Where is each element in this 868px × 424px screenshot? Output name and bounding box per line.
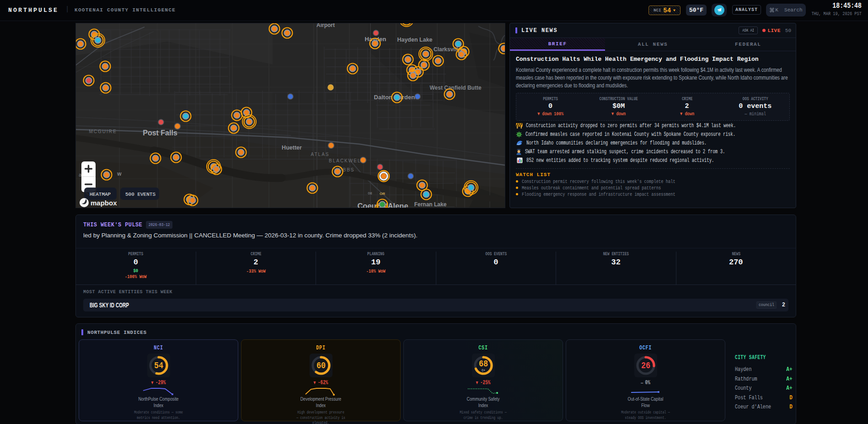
svg-text:BLACKWELL: BLACKWELL (329, 158, 364, 163)
svg-text:500 EVENTS: 500 EVENTS (125, 192, 155, 197)
svg-text:MCGUIRE: MCGUIRE (89, 129, 117, 134)
svg-text:w: w (117, 171, 122, 177)
svg-text:HEATMAP: HEATMAP (90, 192, 111, 197)
svg-text:ATLAS: ATLAS (311, 152, 330, 157)
svg-text:Huetter: Huetter (282, 145, 302, 151)
svg-text:Post Falls: Post Falls (143, 129, 177, 137)
svg-text:Airport: Airport (316, 23, 335, 28)
svg-text:mapbox: mapbox (91, 199, 117, 207)
svg-text:Fernan Lake: Fernan Lake (414, 201, 447, 208)
svg-text:08: 08 (368, 191, 372, 195)
svg-text:Hayden Lake: Hayden Lake (397, 37, 432, 43)
svg-text:West Canfield Butte: West Canfield Butte (429, 85, 481, 91)
svg-text:OR: OR (380, 192, 385, 196)
